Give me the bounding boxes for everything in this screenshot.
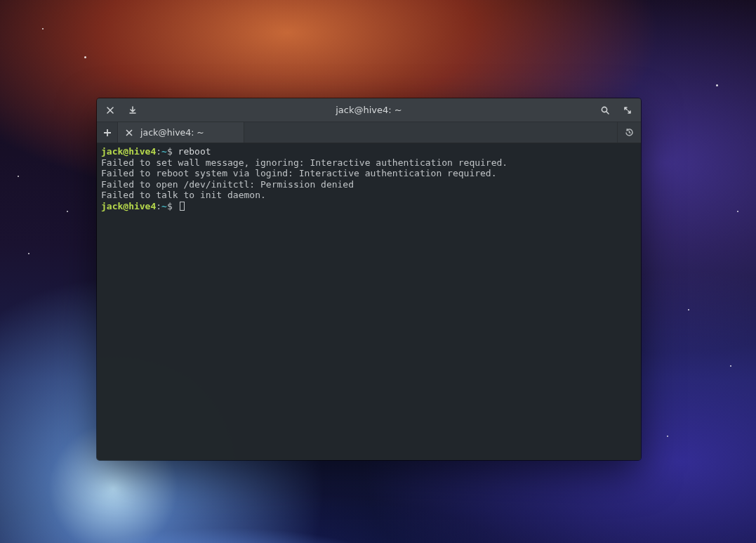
new-tab-button[interactable] [97, 122, 118, 143]
close-window-button[interactable] [102, 103, 118, 118]
tab-label: jack@hive4: ~ [140, 127, 204, 138]
search-icon [600, 105, 610, 115]
prompt-dollar: $ [167, 146, 173, 157]
output-line: Failed to open /dev/initctl: Permission … [101, 179, 354, 190]
history-button[interactable] [617, 122, 641, 143]
tab-terminal-1[interactable]: jack@hive4: ~ [118, 122, 244, 143]
download-button[interactable] [125, 103, 140, 118]
command-text: reboot [178, 146, 211, 157]
prompt-user: jack [101, 201, 123, 211]
plus-icon [103, 129, 112, 137]
output-line: Failed to reboot system via logind: Inte… [101, 168, 497, 178]
prompt-host: hive4 [128, 201, 156, 211]
prompt-user: jack [101, 146, 123, 157]
prompt-line-1: jack@hive4:~$ reboot [101, 146, 211, 157]
prompt-colon: : [156, 146, 161, 157]
close-icon [126, 129, 133, 136]
prompt-path: ~ [161, 201, 167, 211]
search-button[interactable] [597, 103, 613, 118]
fullscreen-button[interactable] [620, 103, 635, 118]
prompt-line-2: jack@hive4:~$ [101, 201, 185, 211]
prompt-at: @ [123, 146, 128, 157]
terminal-viewport[interactable]: jack@hive4:~$ reboot Failed to set wall … [97, 143, 641, 460]
tab-close-button[interactable] [124, 127, 135, 138]
history-icon [624, 127, 635, 138]
prompt-host: hive4 [128, 146, 156, 157]
prompt-path: ~ [161, 146, 167, 157]
download-icon [128, 105, 138, 115]
tabbar-spacer [244, 122, 617, 143]
prompt-at: @ [123, 201, 128, 211]
window-title: jack@hive4: ~ [147, 105, 590, 115]
titlebar: jack@hive4: ~ [97, 98, 641, 122]
prompt-dollar: $ [167, 201, 173, 211]
close-icon [105, 105, 115, 115]
output-line: Failed to talk to init daemon. [101, 190, 266, 200]
cursor-icon [180, 202, 185, 211]
terminal-window: jack@hive4: ~ jack@hive4: ~ jac [97, 98, 641, 460]
prompt-colon: : [156, 201, 161, 211]
tab-bar: jack@hive4: ~ [97, 122, 641, 143]
output-line: Failed to set wall message, ignoring: In… [101, 157, 508, 168]
fullscreen-icon [623, 105, 632, 115]
